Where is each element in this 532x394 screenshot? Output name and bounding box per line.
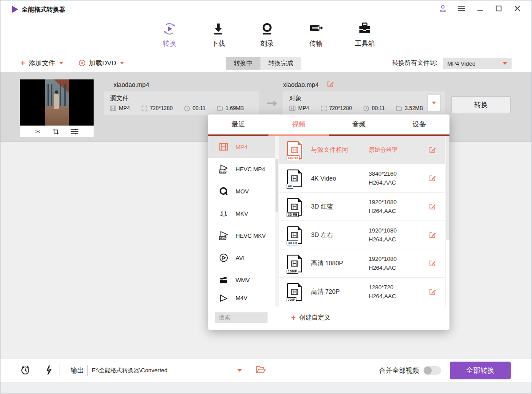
schedule-alarm-icon[interactable] [20, 365, 31, 375]
nav-tab-burn[interactable]: 刻录 [251, 22, 283, 48]
target-info-box: 对象 MP4 720*1280 00:11 3.52MB [283, 91, 445, 115]
tab-converting[interactable]: 转换中 [226, 57, 260, 70]
source-resolution: 720*1280 [150, 105, 173, 111]
convert-status-tabs: 转换中 转换完成 [226, 57, 301, 70]
format-item-mov[interactable]: MOV [208, 180, 279, 202]
target-format: MP4 [298, 105, 309, 111]
1080p-preset-icon: 1080P [287, 255, 302, 272]
nav-tab-download[interactable]: 下载 [202, 22, 234, 48]
clapperboard-icon [218, 276, 229, 284]
edit-preset-icon[interactable] [429, 146, 436, 154]
open-folder-icon[interactable] [256, 366, 266, 374]
clock-icon [184, 106, 190, 111]
source-preset-icon: source [287, 141, 302, 159]
convert-file-button[interactable]: 转换 [451, 96, 511, 113]
preset-same-as-source[interactable]: source 与源文件相同 原始分辨率 [279, 136, 449, 164]
create-custom-button[interactable]: + 创建自定义 [291, 314, 331, 322]
video-thumbnail[interactable] [20, 79, 94, 126]
target-duration: 00:11 [372, 105, 385, 111]
footer-bar: 输出 E:\全能格式转换器\Converted 合并全部视频 全部转换 [0, 358, 532, 382]
matroska-icon: { } [218, 209, 229, 218]
resolution-icon [321, 106, 327, 111]
preset-hd-720p[interactable]: 720P 高清 720P 1280*720H264,AAC [279, 278, 449, 306]
crop-icon[interactable] [52, 128, 59, 135]
target-format-dropdown-button[interactable] [427, 95, 441, 111]
source-size: 1.69MB [225, 105, 244, 111]
preset-3d-left-right[interactable]: 3D LR 3D 左右 1920*1080H264,AAC [279, 221, 449, 249]
svg-text:HEVC: HEVC [219, 237, 226, 240]
target-size: 3.52MB [405, 105, 423, 111]
format-item-mp4[interactable]: MP4 [208, 136, 279, 158]
edit-preset-icon[interactable] [429, 288, 436, 296]
target-file-name: xiaodao.mp4 [283, 81, 319, 88]
format-item-hevc-mp4[interactable]: HEVC HEVC MP4 [208, 158, 279, 180]
app-logo-icon [11, 5, 19, 13]
preset-4k-video[interactable]: 4K 4K Video 3840*2160H264,AAC [279, 164, 449, 193]
popup-tab-device[interactable]: 设备 [389, 114, 449, 134]
format-picker-popup: 最近 视频 音频 设备 MP4 HEVC HEVC MP4 MOV { } MK… [208, 114, 449, 330]
nav-tab-toolbox[interactable]: 工具箱 [349, 22, 381, 48]
format-list-scrollbar[interactable] [275, 136, 279, 307]
nav-tab-transfer[interactable]: 传输 [300, 22, 332, 48]
preset-3d-red-blue[interactable]: 3D RB 3D 红蓝 1920*1080H264,AAC [279, 193, 449, 221]
popup-tab-audio[interactable]: 音频 [329, 114, 389, 134]
nav-label-transfer: 传输 [309, 39, 323, 48]
transfer-icon [308, 22, 323, 36]
popup-tab-recent[interactable]: 最近 [208, 114, 268, 134]
menu-icon[interactable] [457, 4, 466, 13]
mp4-format-icon [218, 143, 229, 151]
format-popup-tabs: 最近 视频 音频 设备 [208, 114, 449, 136]
output-path-select[interactable]: E:\全能格式转换器\Converted [87, 365, 246, 376]
thumbnail-toolbar: ✂ [20, 126, 94, 137]
effects-sliders-icon[interactable] [71, 128, 79, 135]
minimize-button[interactable] [476, 4, 485, 13]
chevron-down-icon [237, 369, 242, 372]
nav-label-burn: 刻录 [260, 39, 274, 48]
nav-label-download: 下载 [212, 39, 225, 48]
play-outline-icon [218, 295, 229, 302]
account-icon[interactable] [438, 4, 447, 13]
format-item-m4v[interactable]: M4V [208, 291, 279, 306]
source-format: MP4 [119, 105, 130, 111]
main-nav: 转换 下载 刻录 传输 工具箱 [0, 18, 532, 54]
edit-preset-icon[interactable] [429, 174, 436, 182]
3d-lr-preset-icon: 3D LR [287, 226, 302, 244]
output-path-value: E:\全能格式转换器\Converted [92, 366, 168, 374]
source-file-name: xiaodao.mp4 [114, 81, 149, 88]
chevron-down-icon [59, 62, 63, 64]
nav-tab-convert[interactable]: 转换 [154, 22, 185, 48]
folder-size-icon [396, 106, 402, 111]
target-resolution: 720*1280 [329, 105, 352, 111]
hevc-play-icon: HEVC [218, 164, 229, 174]
svg-text:{ }: { } [221, 210, 226, 215]
output-format-value: MP4 Video [447, 60, 475, 67]
preset-hd-1080p[interactable]: 1080P 高清 1080P 1920*1080H264,AAC [279, 249, 449, 278]
close-button[interactable] [513, 4, 522, 13]
add-file-label: 添加文件 [29, 59, 55, 67]
merge-videos-label: 合并全部视频 [379, 366, 419, 375]
popup-tab-video[interactable]: 视频 [268, 114, 329, 134]
format-search-input[interactable] [215, 312, 268, 323]
play-circle-icon [218, 253, 229, 262]
merge-videos-toggle[interactable] [423, 366, 441, 375]
load-dvd-button[interactable]: 加载DVD [79, 59, 125, 67]
maximize-button[interactable] [494, 4, 503, 13]
add-file-button[interactable]: + 添加文件 [20, 59, 63, 67]
format-item-hevc-mkv[interactable]: HEVC HEVC MKV [208, 225, 279, 247]
convert-all-button[interactable]: 全部转换 [450, 362, 511, 379]
edit-preset-icon[interactable] [429, 203, 436, 210]
rename-edit-icon[interactable] [327, 80, 334, 88]
format-item-avi[interactable]: AVI [208, 247, 279, 269]
output-format-select[interactable]: MP4 Video [443, 58, 512, 69]
trim-scissors-icon[interactable]: ✂ [35, 128, 41, 135]
preset-list-scrollbar[interactable] [445, 136, 449, 307]
hardware-acceleration-icon[interactable] [45, 365, 53, 375]
edit-preset-icon[interactable] [429, 260, 436, 267]
tab-finished[interactable]: 转换完成 [260, 57, 301, 70]
format-item-wmv[interactable]: WMV [208, 269, 279, 291]
popup-footer: + 创建自定义 [208, 307, 449, 328]
format-item-mkv[interactable]: { } MKV [208, 202, 279, 225]
plus-icon: + [20, 59, 25, 67]
resolution-icon [142, 106, 147, 111]
edit-preset-icon[interactable] [429, 231, 436, 239]
